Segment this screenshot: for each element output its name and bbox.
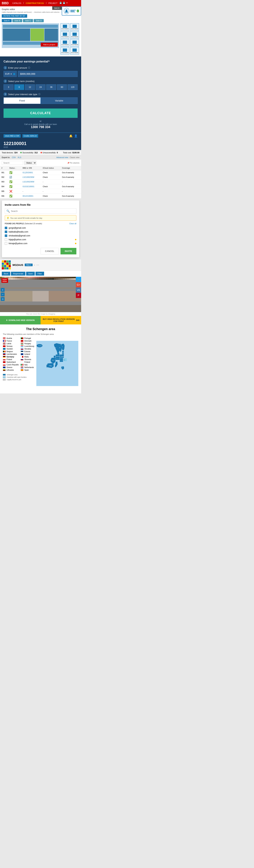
imei-link[interactable]: LS21093290W [23,181,34,183]
checkbox-unchecked[interactable] [5,242,7,245]
svg-rect-11 [20,277,22,278]
col-status[interactable]: Status ↓ [8,166,21,170]
pinterest-share-btn[interactable]: P [76,293,81,298]
bell-icon: 🔔 [69,134,73,137]
rotate-button[interactable]: ROTATE THE PART BY 90° [2,14,27,18]
nav-constructor[interactable]: CONSTRUCTOR EU [25,2,45,5]
thumbnail-item[interactable]: AH14758928 [70,23,79,31]
classic-view-btn[interactable]: Classic view [70,156,80,158]
filter-button[interactable]: Filter [35,272,44,276]
search-input[interactable] [2,161,23,165]
checkbox-unchecked[interactable] [5,238,7,241]
rate-btn-variable[interactable]: Variable [40,97,77,104]
svg-rect-31 [63,277,65,278]
zoom-controls: + − ⊙ [1,288,5,301]
reset-zoom-btn[interactable]: ⊙ [1,297,5,301]
xls-export-link[interactable]: XLS [18,156,21,158]
status-err-icon: ❌ [9,190,12,193]
thumbnail-item[interactable]: AH14758928 [70,31,79,39]
term-btn-60[interactable]: 60 [57,84,67,90]
table-row: 994 ✅ 010192100001 Check Out of warranty [0,184,81,189]
term-btn-24[interactable]: 24 [36,84,46,90]
call-text: Call us to speak directly with our team [3,123,77,125]
nav-project[interactable]: PROJECT [47,2,58,5]
thumbnail-item[interactable]: AH14758928 [70,39,79,46]
zoom-out-btn[interactable]: − [1,292,5,297]
twitter-share-btn[interactable]: 🐦 [76,277,81,282]
calculate-button[interactable]: CALCULATE [3,108,77,118]
row-coverage: Out of warranty [61,184,81,189]
flag-netherlands [21,366,24,368]
country-luxembourg: Luxembourg [21,345,34,347]
col-imei[interactable]: IMEI or S/N [21,166,41,170]
checkbox-checked[interactable]: ✓ [5,230,7,233]
country-denmark: Denmark [21,340,34,342]
term-btn-6[interactable]: 6 [14,84,24,90]
save-button[interactable]: Save [26,272,35,276]
imei-link[interactable]: 011ZKD0001 [23,172,33,174]
row-coverage: Out of warranty [61,175,81,179]
svg-rect-34 [69,277,71,278]
csv-export-link[interactable]: CSV [12,156,16,158]
download-web-btn[interactable]: ⬇ DOWNLOAD WEB VERSION [0,316,40,324]
term-btn-3[interactable]: 3 [3,84,13,90]
thumbnail-item[interactable]: AH14758928 [70,47,79,55]
flag-italy [21,364,24,366]
tab-side-d[interactable]: Side D [34,19,44,22]
calc-step-2: 2 Select your term (months) 3 6 12 24 36… [3,80,77,90]
svg-rect-88 [62,351,64,352]
advanced-view-btn[interactable]: Advanced view [57,156,68,158]
svg-rect-18 [35,277,37,278]
svg-rect-99 [60,358,63,360]
term-btn-120[interactable]: 120 [68,84,77,90]
checkbox-checked[interactable]: ✓ [5,235,7,237]
pin-columns-btn[interactable]: 📌 Pin columns [67,162,80,164]
amount-input[interactable] [18,71,77,77]
svg-rect-78 [32,291,49,302]
checkbox-checked[interactable]: ✓ [5,227,7,229]
clear-all-btn[interactable]: Clear all [69,222,76,225]
term-btn-12[interactable]: 12 [25,84,35,90]
nav-catalog[interactable]: CATALOG [11,2,22,5]
invite-modal: Invite users from file 🔍 💡 You can send … [2,200,80,257]
imei-link[interactable]: LS21000290W [23,176,34,178]
calc-footer: or Call us to speak directly with our te… [3,120,77,129]
thumbnail-item[interactable]: AH14758928 [61,23,69,31]
invite-search-input[interactable] [11,210,75,212]
invite-search-box: 🔍 [5,208,76,214]
rate-btn-fixed[interactable]: Fixed [3,97,40,104]
credits-btn[interactable]: Credits: $354.22 [22,134,38,137]
cancel-button[interactable]: CANCEL [40,248,59,254]
currency-select[interactable]: EUR ▼ 🌐 [3,71,17,77]
term-btn-36[interactable]: 36 [46,84,56,90]
tab-side-b[interactable]: Side B [12,19,22,22]
thumb-label: AH14758928 [61,44,69,45]
imei-link[interactable]: 010192100001 [23,186,34,188]
vk-share-btn[interactable]: VK [76,287,81,293]
thumbnail-item[interactable]: AH14758928 [61,31,69,39]
thumbnail-item[interactable]: AH14758928 [61,47,69,55]
col-icloud[interactable]: iCloud status [41,166,61,170]
zoom-in-btn[interactable]: + [1,288,5,292]
download-print-btn[interactable]: BUY HIGH RESOLUTION VERSION FOR PRINT $4… [40,316,81,324]
svg-rect-100 [60,360,63,362]
google-share-btn[interactable]: G+ [76,282,81,287]
term-buttons: 3 6 12 24 36 60 120 [3,84,77,90]
back-button[interactable]: BACK [52,6,62,10]
download-buttons: ⬇ DOWNLOAD WEB VERSION BUY HIGH RESOLUTI… [0,316,81,324]
check-imei-btn[interactable]: check IMEI or S/N [3,134,21,137]
invite-button[interactable]: INVITE [61,248,76,254]
back-button[interactable]: Back [2,272,10,276]
col-coverage[interactable]: Coverage [61,166,81,170]
tab-side-c[interactable]: Side C [23,19,33,22]
status-filter[interactable]: Status [24,161,36,165]
thumbnail-item[interactable]: AH14758928 [61,39,69,46]
svg-rect-14 [26,277,28,278]
legend-candidate: Countries with open borders [3,376,35,378]
imei-link[interactable]: 00122100001 [23,195,33,197]
add-project-button[interactable]: Add to project [41,43,58,46]
tab-side-a[interactable]: Side A [2,19,12,22]
invite-title: Invite users from file [5,203,76,206]
svg-rect-7 [11,277,13,278]
regenerate-button[interactable]: Regenerate [11,272,25,276]
